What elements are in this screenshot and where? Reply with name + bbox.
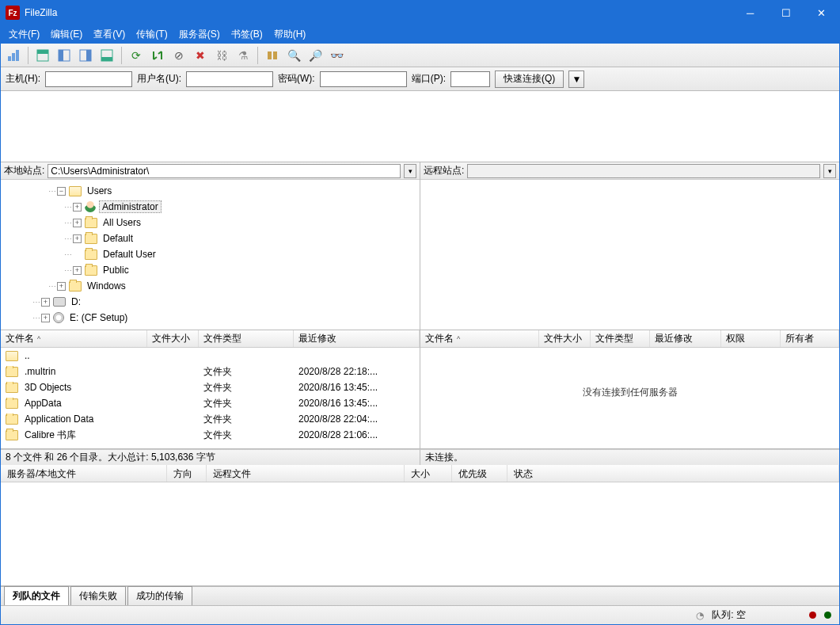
list-item[interactable]: .. <box>1 348 420 364</box>
reconnect-icon[interactable]: ⛓ <box>212 46 231 65</box>
dropdown-icon[interactable]: ▾ <box>823 164 836 178</box>
site-manager-icon[interactable] <box>4 46 23 65</box>
tree-item[interactable]: ⋯+Administrator <box>1 199 420 215</box>
menu-file[interactable]: 文件(F) <box>4 26 44 43</box>
compare-icon[interactable] <box>263 46 282 65</box>
tree-item[interactable]: ⋯+E: (CF Setup) <box>1 310 420 326</box>
menu-edit[interactable]: 编辑(E) <box>46 26 87 43</box>
remote-hscroll[interactable] <box>420 437 839 448</box>
tree-item[interactable]: ⋯+All Users <box>1 215 420 231</box>
folder-icon <box>85 250 97 260</box>
quickconnect-dropdown[interactable]: ▼ <box>568 71 584 88</box>
col-filename[interactable]: 文件名 <box>1 330 147 347</box>
tab-success[interactable]: 成功的传输 <box>127 586 192 605</box>
expander-icon[interactable]: − <box>57 187 66 196</box>
tree-item[interactable]: ⋯−Users <box>1 183 420 199</box>
tree-item[interactable]: ⋯+Windows <box>1 278 420 294</box>
refresh-icon[interactable]: ⟳ <box>127 46 146 65</box>
toggle-log-icon[interactable] <box>33 46 52 65</box>
col-perms[interactable]: 权限 <box>721 330 781 347</box>
expander-icon[interactable]: + <box>41 298 50 307</box>
dropdown-icon[interactable]: ▾ <box>404 164 416 178</box>
svg-rect-6 <box>59 50 63 61</box>
expander-icon[interactable]: + <box>41 314 50 322</box>
qcol-status[interactable]: 状态 <box>507 465 839 482</box>
svg-rect-0 <box>8 56 11 61</box>
app-logo-icon: Fz <box>6 6 20 20</box>
disconnect-icon[interactable]: ✖ <box>191 46 210 65</box>
tree-item[interactable]: ⋯Default User <box>1 246 420 262</box>
toggle-queue-icon[interactable] <box>97 46 116 65</box>
local-files-body[interactable]: ...multrin文件夹2020/8/28 22:18:...3D Objec… <box>1 348 420 448</box>
quickconnect-button[interactable]: 快速连接(Q) <box>495 71 564 88</box>
col-filesize[interactable]: 文件大小 <box>147 330 199 347</box>
toggle-local-tree-icon[interactable] <box>55 46 74 65</box>
col-modified[interactable]: 最近修改 <box>294 330 420 347</box>
local-tree[interactable]: ⋯−Users⋯+Administrator⋯+All Users⋯+Defau… <box>1 180 420 330</box>
expander-icon[interactable]: + <box>73 203 82 212</box>
quickconnect-bar: 主机(H): 用户名(U): 密码(W): 端口(P): 快速连接(Q) ▼ <box>1 67 839 91</box>
list-item[interactable]: AppData文件夹2020/8/16 13:45:... <box>1 395 420 411</box>
local-path-input[interactable] <box>48 164 401 178</box>
tree-item[interactable]: ⋯+D: <box>1 294 420 310</box>
remote-tree[interactable] <box>420 180 839 330</box>
sync-browse-icon[interactable]: 🔍 <box>284 46 303 65</box>
search-icon[interactable]: 🔎 <box>306 46 325 65</box>
col-filetype[interactable]: 文件类型 <box>591 330 650 347</box>
qcol-prio[interactable]: 优先级 <box>452 465 507 482</box>
window-title: FileZilla <box>25 7 732 18</box>
expander-icon[interactable]: + <box>73 234 82 243</box>
host-input[interactable] <box>45 71 132 87</box>
tree-label: Default User <box>101 249 158 260</box>
list-item[interactable]: .multrin文件夹2020/8/28 22:18:... <box>1 364 420 379</box>
col-modified[interactable]: 最近修改 <box>650 330 721 347</box>
col-filetype[interactable]: 文件类型 <box>199 330 294 347</box>
list-item[interactable]: Application Data文件夹2020/8/28 22:04:... <box>1 411 420 427</box>
menu-transfer[interactable]: 传输(T) <box>131 26 172 43</box>
tree-label: Public <box>101 265 131 276</box>
col-filesize[interactable]: 文件大小 <box>539 330 591 347</box>
status-icon: ◔ <box>696 610 704 621</box>
expander-icon[interactable]: + <box>73 266 82 275</box>
cancel-icon[interactable]: ⊘ <box>169 46 188 65</box>
close-button[interactable]: ✕ <box>804 1 839 25</box>
qcol-remote[interactable]: 远程文件 <box>207 465 405 482</box>
menu-server[interactable]: 服务器(S) <box>174 26 225 43</box>
pass-input[interactable] <box>320 71 407 87</box>
list-item[interactable]: 3D Objects文件夹2020/8/16 13:45:... <box>1 379 420 395</box>
col-owner[interactable]: 所有者 <box>781 330 839 347</box>
filters-icon[interactable]: ⚗ <box>234 46 253 65</box>
local-pane: 本地站点: ▾ ⋯−Users⋯+Administrator⋯+All User… <box>1 162 420 330</box>
menu-bookmarks[interactable]: 书签(B) <box>226 26 268 43</box>
drive-icon <box>53 297 66 307</box>
list-item[interactable]: Calibre 书库文件夹2020/8/28 21:06:... <box>1 427 420 443</box>
svg-rect-1 <box>12 53 15 61</box>
expander-icon[interactable]: + <box>73 219 82 227</box>
process-queue-icon[interactable] <box>148 46 167 65</box>
remote-empty-message: 没有连接到任何服务器 <box>420 348 839 437</box>
remote-pane: 远程站点: ▾ <box>420 162 839 330</box>
remote-path-input[interactable] <box>467 164 820 178</box>
qcol-dir[interactable]: 方向 <box>167 465 207 482</box>
queue-body[interactable] <box>1 482 839 585</box>
port-input[interactable] <box>450 71 490 87</box>
toggle-remote-tree-icon[interactable] <box>76 46 95 65</box>
binoculars-icon[interactable]: 👓 <box>327 46 346 65</box>
user-input[interactable] <box>186 71 273 87</box>
svg-rect-8 <box>86 50 91 61</box>
menu-view[interactable]: 查看(V) <box>89 26 130 43</box>
expander-icon[interactable]: + <box>57 282 66 291</box>
qcol-server[interactable]: 服务器/本地文件 <box>1 465 167 482</box>
tree-item[interactable]: ⋯+Public <box>1 262 420 278</box>
maximize-button[interactable]: ☐ <box>768 1 804 25</box>
qcol-size[interactable]: 大小 <box>405 465 452 482</box>
minimize-button[interactable]: ─ <box>732 1 768 25</box>
col-filename[interactable]: 文件名 <box>420 330 539 347</box>
folder-icon <box>6 383 18 393</box>
tab-failed[interactable]: 传输失败 <box>70 586 126 605</box>
tab-queued[interactable]: 列队的文件 <box>4 586 69 605</box>
toolbar: ⟳ ⊘ ✖ ⛓ ⚗ 🔍 🔎 👓 <box>1 44 839 67</box>
menu-help[interactable]: 帮助(H) <box>269 26 311 43</box>
tree-item[interactable]: ⋯+Default <box>1 231 420 246</box>
message-log[interactable] <box>1 91 839 162</box>
